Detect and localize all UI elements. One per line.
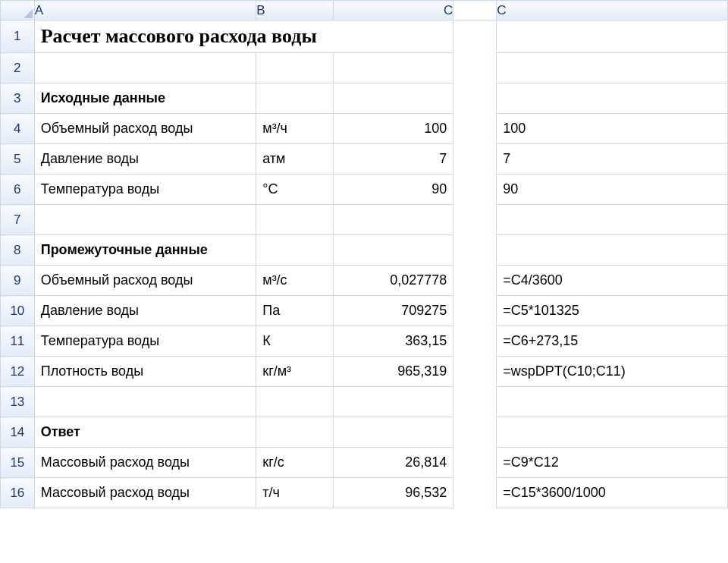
cell-C5[interactable]: 7 bbox=[333, 144, 453, 175]
column-header-row: A B C C bbox=[1, 1, 728, 20]
cell-C13[interactable] bbox=[333, 387, 453, 417]
cell-C2-11[interactable]: =C6+273,15 bbox=[497, 326, 728, 357]
cell-B11[interactable]: К bbox=[256, 326, 334, 357]
row-header-3[interactable]: 3 bbox=[1, 83, 35, 114]
row-header-1[interactable]: 1 bbox=[1, 20, 35, 53]
col-header-C2[interactable]: C bbox=[497, 1, 728, 20]
row-3: 3 Исходные данные bbox=[1, 83, 728, 114]
cell-A6[interactable]: Температура воды bbox=[34, 175, 256, 205]
cell-C10[interactable]: 709275 bbox=[333, 296, 453, 326]
grid[interactable]: A B C C 1 Расчет массового расхода воды … bbox=[0, 0, 728, 508]
cell-C2v[interactable] bbox=[333, 53, 453, 83]
cell-C2-6[interactable]: 90 bbox=[497, 175, 728, 205]
row-header-14[interactable]: 14 bbox=[1, 417, 35, 448]
cell-A4[interactable]: Объемный расход воды bbox=[34, 114, 256, 144]
cell-A12[interactable]: Плотность воды bbox=[34, 357, 256, 387]
cell-B6[interactable]: °C bbox=[256, 175, 334, 205]
spreadsheet: A B C C 1 Расчет массового расхода воды … bbox=[0, 0, 728, 508]
cell-C2-16[interactable]: =C15*3600/1000 bbox=[497, 478, 728, 508]
cell-C2-1[interactable] bbox=[497, 20, 728, 53]
cell-C14[interactable] bbox=[333, 417, 453, 448]
cell-B16[interactable]: т/ч bbox=[256, 478, 334, 508]
row-6: 6 Температура воды °C 90 90 bbox=[1, 175, 728, 205]
cell-A3[interactable]: Исходные данные bbox=[34, 83, 256, 114]
col-header-B[interactable]: B bbox=[256, 1, 334, 20]
cell-B12[interactable]: кг/м³ bbox=[256, 357, 334, 387]
cell-B7[interactable] bbox=[256, 205, 334, 235]
cell-C2-2[interactable] bbox=[497, 53, 728, 83]
col-header-A[interactable]: A bbox=[34, 1, 256, 20]
cell-C6[interactable]: 90 bbox=[333, 175, 453, 205]
cell-C15[interactable]: 26,814 bbox=[333, 448, 453, 478]
row-14: 14 Ответ bbox=[1, 417, 728, 448]
row-header-6[interactable]: 6 bbox=[1, 175, 35, 205]
cell-C7[interactable] bbox=[333, 205, 453, 235]
cell-A7[interactable] bbox=[34, 205, 256, 235]
cell-C2-9[interactable]: =C4/3600 bbox=[497, 266, 728, 296]
row-header-15[interactable]: 15 bbox=[1, 448, 35, 478]
row-header-9[interactable]: 9 bbox=[1, 266, 35, 296]
select-all-icon bbox=[24, 9, 33, 18]
cell-B4[interactable]: м³/ч bbox=[256, 114, 334, 144]
cell-C4[interactable]: 100 bbox=[333, 114, 453, 144]
row-5: 5 Давление воды атм 7 7 bbox=[1, 144, 728, 175]
cell-A8[interactable]: Промежуточные данные bbox=[34, 235, 256, 266]
cell-C2-14[interactable] bbox=[497, 417, 728, 448]
row-header-7[interactable]: 7 bbox=[1, 205, 35, 235]
svg-marker-0 bbox=[24, 9, 33, 18]
cell-A13[interactable] bbox=[34, 387, 256, 417]
cell-A2[interactable] bbox=[34, 53, 256, 83]
col-header-C[interactable]: C bbox=[333, 1, 453, 20]
row-header-11[interactable]: 11 bbox=[1, 326, 35, 357]
row-header-13[interactable]: 13 bbox=[1, 387, 35, 417]
cell-C2-12[interactable]: =wspDPT(C10;C11) bbox=[497, 357, 728, 387]
cell-B10[interactable]: Па bbox=[256, 296, 334, 326]
cell-C2-10[interactable]: =C5*101325 bbox=[497, 296, 728, 326]
cell-B14[interactable] bbox=[256, 417, 334, 448]
cell-A15[interactable]: Массовый расход воды bbox=[34, 448, 256, 478]
row-4: 4 Объемный расход воды м³/ч 100 100 bbox=[1, 114, 728, 144]
row-header-4[interactable]: 4 bbox=[1, 114, 35, 144]
cell-B3[interactable] bbox=[256, 83, 334, 114]
cell-C8[interactable] bbox=[333, 235, 453, 266]
cell-C11[interactable]: 363,15 bbox=[333, 326, 453, 357]
cell-B9[interactable]: м³/с bbox=[256, 266, 334, 296]
cell-A16[interactable]: Массовый расход воды bbox=[34, 478, 256, 508]
cell-C2-8[interactable] bbox=[497, 235, 728, 266]
cell-A1[interactable]: Расчет массового расхода воды bbox=[34, 20, 453, 53]
row-header-8[interactable]: 8 bbox=[1, 235, 35, 266]
cell-C9[interactable]: 0,027778 bbox=[333, 266, 453, 296]
cell-gap bbox=[453, 20, 497, 53]
cell-A5[interactable]: Давление воды bbox=[34, 144, 256, 175]
cell-A9[interactable]: Объемный расход воды bbox=[34, 266, 256, 296]
row-header-16[interactable]: 16 bbox=[1, 478, 35, 508]
cell-A11[interactable]: Температура воды bbox=[34, 326, 256, 357]
cell-C16[interactable]: 96,532 bbox=[333, 478, 453, 508]
cell-C2-15[interactable]: =C9*C12 bbox=[497, 448, 728, 478]
cell-C2-4[interactable]: 100 bbox=[497, 114, 728, 144]
col-gap bbox=[453, 1, 497, 20]
cell-C12[interactable]: 965,319 bbox=[333, 357, 453, 387]
cell-A14[interactable]: Ответ bbox=[34, 417, 256, 448]
row-header-2[interactable]: 2 bbox=[1, 53, 35, 83]
row-header-10[interactable]: 10 bbox=[1, 296, 35, 326]
cell-C3[interactable] bbox=[333, 83, 453, 114]
cell-A10[interactable]: Давление воды bbox=[34, 296, 256, 326]
cell-C2-13[interactable] bbox=[497, 387, 728, 417]
row-header-5[interactable]: 5 bbox=[1, 144, 35, 175]
cell-C2-7[interactable] bbox=[497, 205, 728, 235]
row-16: 16 Массовый расход воды т/ч 96,532 =C15*… bbox=[1, 478, 728, 508]
row-13: 13 bbox=[1, 387, 728, 417]
row-header-12[interactable]: 12 bbox=[1, 357, 35, 387]
row-8: 8 Промежуточные данные bbox=[1, 235, 728, 266]
cell-B2[interactable] bbox=[256, 53, 334, 83]
cell-B8[interactable] bbox=[256, 235, 334, 266]
row-11: 11 Температура воды К 363,15 =C6+273,15 bbox=[1, 326, 728, 357]
cell-B15[interactable]: кг/с bbox=[256, 448, 334, 478]
cell-B5[interactable]: атм bbox=[256, 144, 334, 175]
cell-C2-3[interactable] bbox=[497, 83, 728, 114]
cell-C2-5[interactable]: 7 bbox=[497, 144, 728, 175]
select-all-corner[interactable] bbox=[1, 1, 35, 20]
row-10: 10 Давление воды Па 709275 =C5*101325 bbox=[1, 296, 728, 326]
cell-B13[interactable] bbox=[256, 387, 334, 417]
